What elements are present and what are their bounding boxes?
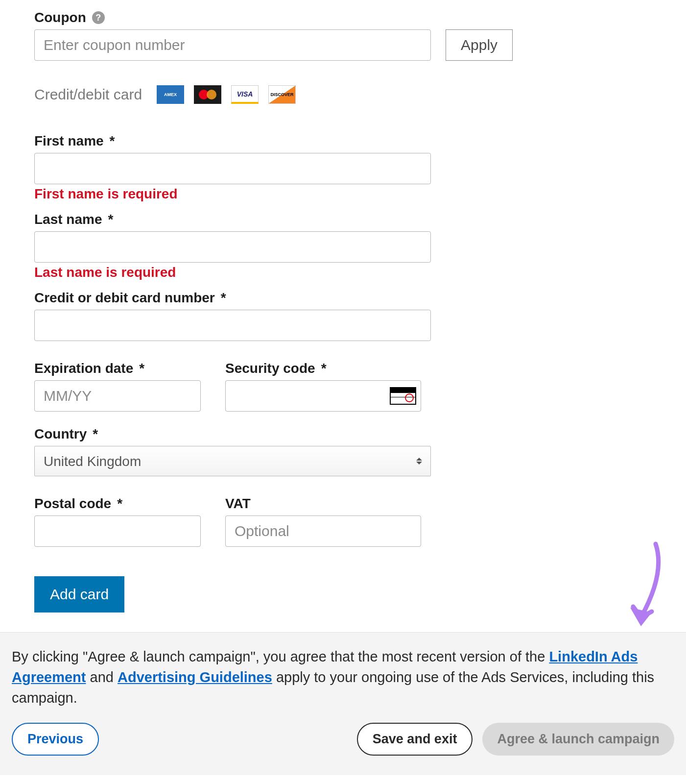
discover-icon: DISCOVER	[268, 85, 296, 104]
card-number-input[interactable]	[34, 310, 431, 341]
mastercard-icon	[194, 85, 221, 104]
last-name-label: Last name*	[34, 212, 652, 227]
expiration-label: Expiration date*	[34, 361, 201, 376]
coupon-input[interactable]	[34, 29, 431, 61]
disclaimer-text: By clicking "Agree & launch campaign", y…	[12, 646, 674, 708]
credit-debit-label: Credit/debit card	[34, 86, 142, 103]
card-logos: AMEX VISA DISCOVER	[157, 85, 296, 104]
coupon-label-text: Coupon	[34, 10, 86, 25]
cvc-icon	[390, 387, 416, 405]
first-name-input[interactable]	[34, 153, 431, 184]
vat-label: VAT	[225, 496, 421, 512]
guidelines-link[interactable]: Advertising Guidelines	[118, 669, 272, 685]
vat-input[interactable]	[225, 515, 421, 547]
postal-code-input[interactable]	[34, 515, 201, 547]
visa-icon: VISA	[231, 85, 259, 104]
postal-code-label: Postal code*	[34, 496, 201, 512]
expiration-input[interactable]	[34, 380, 201, 412]
card-number-label: Credit or debit card number*	[34, 290, 652, 306]
country-select[interactable]: United Kingdom	[34, 446, 431, 476]
security-code-label: Security code*	[225, 361, 421, 376]
coupon-label: Coupon ?	[34, 10, 652, 25]
last-name-input[interactable]	[34, 231, 431, 263]
previous-button[interactable]: Previous	[12, 723, 99, 756]
agree-launch-button[interactable]: Agree & launch campaign	[482, 723, 674, 756]
country-label: Country*	[34, 426, 652, 442]
save-exit-button[interactable]: Save and exit	[357, 723, 473, 756]
amex-icon: AMEX	[157, 85, 184, 104]
last-name-error: Last name is required	[34, 265, 652, 280]
first-name-label: First name*	[34, 133, 652, 149]
apply-button[interactable]: Apply	[446, 29, 513, 61]
add-card-button[interactable]: Add card	[34, 576, 124, 612]
first-name-error: First name is required	[34, 186, 652, 202]
help-icon[interactable]: ?	[92, 11, 105, 24]
